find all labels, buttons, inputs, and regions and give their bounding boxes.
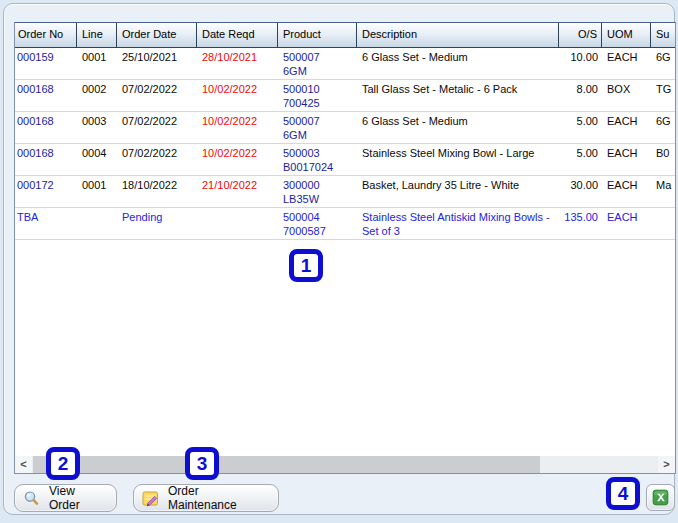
- cell-uom: EACH: [602, 208, 651, 239]
- cell-order-no[interactable]: 000168: [15, 80, 77, 111]
- scroll-right-arrow-icon[interactable]: >: [658, 456, 675, 473]
- cell-date-reqd: 10/02/2022: [197, 144, 278, 175]
- callout-2: 2: [46, 447, 80, 480]
- cell-product: 500010700425: [278, 80, 357, 111]
- order-row[interactable]: 000159000125/10/202128/10/20215000076GM6…: [15, 48, 676, 80]
- cell-product: 5000076GM: [278, 48, 357, 79]
- cell-line: 0002: [77, 80, 117, 111]
- export-to-excel-button[interactable]: [646, 484, 675, 511]
- callout-3: 3: [185, 447, 219, 480]
- cell-uom: EACH: [602, 144, 651, 175]
- cell-order-no[interactable]: 000168: [15, 144, 77, 175]
- callout-4: 4: [606, 477, 640, 510]
- cell-line: [77, 208, 117, 239]
- callout-1: 1: [289, 249, 323, 282]
- cell-description: 6 Glass Set - Medium: [357, 48, 559, 79]
- cell-uom: EACH: [602, 112, 651, 143]
- cell-line: 0003: [77, 112, 117, 143]
- cell-description: Stainless Steel Antiskid Mixing Bowls - …: [357, 208, 559, 239]
- cell-line: 0004: [77, 144, 117, 175]
- cell-order-date: 07/02/2022: [117, 112, 197, 143]
- cell-product: 5000076GM: [278, 112, 357, 143]
- cell-uom: BOX: [602, 80, 651, 111]
- orders-grid-header: Order NoLineOrder DateDate ReqdProductDe…: [15, 23, 676, 48]
- cell-order-date: 25/10/2021: [117, 48, 197, 79]
- cell-description: 6 Glass Set - Medium: [357, 112, 559, 143]
- cell-su: 6G: [651, 112, 676, 143]
- cell-product: 300000LB35W: [278, 176, 357, 207]
- cell-su: 6G: [651, 48, 676, 79]
- cell-date-reqd: 10/02/2022: [197, 80, 278, 111]
- cell-su: B0: [651, 144, 676, 175]
- cell-uom: EACH: [602, 176, 651, 207]
- cell-order-no[interactable]: 000172: [15, 176, 77, 207]
- order-maintenance-button[interactable]: Order Maintenance: [133, 484, 279, 512]
- cell-order-date: 07/02/2022: [117, 80, 197, 111]
- orders-panel: Order NoLineOrder DateDate ReqdProductDe…: [3, 3, 675, 515]
- order-maintenance-label: Order Maintenance: [168, 484, 268, 512]
- cell-date-reqd: 28/10/2021: [197, 48, 278, 79]
- column-header-order-no[interactable]: Order No: [15, 23, 77, 47]
- cell-product: 5000047000587: [278, 208, 357, 239]
- cell-order-no[interactable]: 000168: [15, 112, 77, 143]
- view-order-label: View Order: [49, 484, 106, 512]
- cell-date-reqd: 10/02/2022: [197, 112, 278, 143]
- note-edit-icon: [142, 490, 159, 507]
- column-header-product[interactable]: Product: [278, 23, 357, 47]
- cell-order-date: Pending: [117, 208, 197, 239]
- orders-table-frame: Order NoLineOrder DateDate ReqdProductDe…: [14, 22, 676, 474]
- cell-os: 30.00: [559, 176, 602, 207]
- cell-os: 5.00: [559, 144, 602, 175]
- column-header-su[interactable]: Su: [651, 23, 676, 47]
- orders-grid-body: 000159000125/10/202128/10/20215000076GM6…: [15, 48, 676, 240]
- cell-uom: EACH: [602, 48, 651, 79]
- order-row[interactable]: 000172000118/10/202221/10/2022300000LB35…: [15, 176, 676, 208]
- cell-line: 0001: [77, 176, 117, 207]
- column-header-date-reqd[interactable]: Date Reqd: [197, 23, 278, 47]
- order-row[interactable]: 000168000307/02/202210/02/20225000076GM6…: [15, 112, 676, 144]
- horizontal-scrollbar[interactable]: < >: [15, 456, 675, 473]
- column-header-os[interactable]: O/S: [559, 23, 602, 47]
- cell-su: Ma: [651, 176, 676, 207]
- cell-date-reqd: [197, 208, 278, 239]
- cell-description: Stainless Steel Mixing Bowl - Large: [357, 144, 559, 175]
- cell-os: 10.00: [559, 48, 602, 79]
- column-header-line[interactable]: Line: [77, 23, 117, 47]
- cell-order-no[interactable]: TBA: [15, 208, 77, 239]
- excel-export-icon: [652, 489, 669, 506]
- cell-description: Basket, Laundry 35 Litre - White: [357, 176, 559, 207]
- orders-grid: Order NoLineOrder DateDate ReqdProductDe…: [15, 23, 676, 240]
- scroll-left-arrow-icon[interactable]: <: [15, 456, 32, 473]
- cell-order-no[interactable]: 000159: [15, 48, 77, 79]
- cell-os: 8.00: [559, 80, 602, 111]
- cell-product: 500003B0017024: [278, 144, 357, 175]
- cell-os: 135.00: [559, 208, 602, 239]
- cell-order-date: 18/10/2022: [117, 176, 197, 207]
- order-row[interactable]: 000168000207/02/202210/02/20225000107004…: [15, 80, 676, 112]
- cell-order-date: 07/02/2022: [117, 144, 197, 175]
- order-row[interactable]: 000168000407/02/202210/02/2022500003B001…: [15, 144, 676, 176]
- column-header-uom[interactable]: UOM: [602, 23, 651, 47]
- cell-su: [651, 208, 676, 239]
- column-header-order-date[interactable]: Order Date: [117, 23, 197, 47]
- view-order-button[interactable]: View Order: [14, 484, 117, 512]
- scrollbar-thumb[interactable]: [33, 456, 540, 473]
- magnifier-icon: [23, 490, 40, 507]
- column-header-description[interactable]: Description: [357, 23, 559, 47]
- cell-su: TG: [651, 80, 676, 111]
- order-row[interactable]: TBAPending5000047000587Stainless Steel A…: [15, 208, 676, 240]
- cell-date-reqd: 21/10/2022: [197, 176, 278, 207]
- cell-description: Tall Glass Set - Metalic - 6 Pack: [357, 80, 559, 111]
- cell-line: 0001: [77, 48, 117, 79]
- cell-os: 5.00: [559, 112, 602, 143]
